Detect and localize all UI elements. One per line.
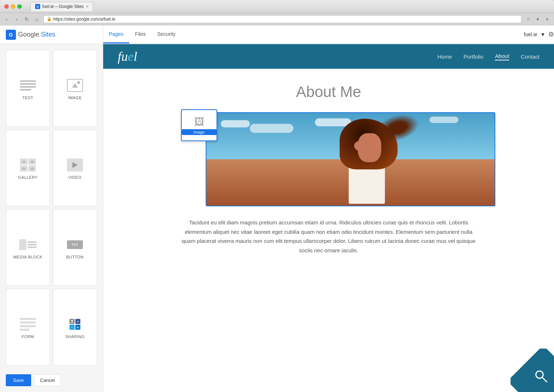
tab-favicon: G	[35, 4, 40, 9]
main-content-area: fuel Home Portfolio About Contact About …	[103, 44, 554, 392]
address-bar-row: ‹ › ↻ ⌂ 🔒 https://sites.google.com/a/fue…	[0, 13, 554, 25]
tab-close-icon[interactable]: ×	[86, 4, 88, 9]
image-widget-placeholder[interactable]: 🖼 Image	[181, 109, 217, 141]
save-button[interactable]: Save	[6, 374, 31, 386]
g-letter: G	[9, 32, 13, 38]
media-block-label: MEDIA BLOCK	[13, 255, 42, 259]
body-text: Tacidunt eu elit diam magnis pretium acc…	[180, 218, 477, 255]
placeholder-image-icon: 🖼	[194, 116, 204, 128]
button-label: BUTTON	[66, 255, 84, 259]
nav-portfolio[interactable]: Portfolio	[463, 54, 483, 60]
maximize-button[interactable]	[17, 4, 22, 9]
tab-security[interactable]: Security	[151, 25, 181, 43]
image-icon	[66, 78, 84, 93]
address-bar[interactable]: 🔒 https://sites.google.com/a/fuel.ie	[43, 15, 521, 23]
sidebar-item-image[interactable]: Image	[53, 50, 97, 127]
cloud-4	[429, 117, 458, 123]
nav-about[interactable]: About	[495, 53, 509, 60]
traffic-lights	[4, 4, 22, 9]
form-icon	[19, 317, 37, 332]
tab-files[interactable]: Files	[129, 25, 152, 43]
sidebar-item-media-block[interactable]: MEDIA BLOCK	[6, 209, 50, 286]
text-icon	[19, 78, 37, 93]
button-icon: TXT	[66, 237, 84, 252]
sidebar: G Google Sites	[0, 25, 103, 392]
page-content: About Me 🖼 Image	[166, 69, 492, 269]
amazon-icon[interactable]: a	[534, 15, 542, 23]
widget-grid: Text Image	[0, 44, 103, 368]
video-label: Video	[68, 175, 82, 180]
google-sites-label: Google Sites	[18, 31, 55, 38]
gallery-icon	[19, 158, 37, 172]
app-content: G Google Sites	[0, 25, 554, 392]
button-txt-icon: TXT	[67, 240, 83, 249]
browser-tab[interactable]: G fuel.ie – Google Sites ×	[30, 2, 93, 11]
page-title: About Me	[173, 83, 484, 101]
gallery-label: Gallery	[18, 175, 38, 180]
title-bar: G fuel.ie – Google Sites ×	[0, 0, 554, 13]
url-text: https://sites.google.com/a/fuel.ie	[53, 17, 115, 22]
nav-contact[interactable]: Contact	[521, 54, 540, 60]
close-button[interactable]	[4, 4, 9, 9]
sidebar-item-gallery[interactable]: Gallery	[6, 130, 50, 206]
video-icon	[66, 158, 84, 172]
site-name-label: fuel.ie	[524, 31, 537, 37]
sidebar-item-button[interactable]: TXT BUTTON	[53, 209, 97, 286]
cloud-1	[221, 120, 250, 127]
google-icon: G	[6, 30, 16, 40]
menu-icon[interactable]: ≡	[543, 15, 551, 23]
sidebar-header: G Google Sites	[0, 25, 103, 44]
site-name-caret: ▼	[540, 31, 545, 37]
tab-pages[interactable]: Pages	[103, 25, 129, 43]
site-logo: fuel	[118, 49, 437, 64]
google-logo: G Google Sites	[6, 30, 55, 40]
image-label: Image	[68, 96, 82, 100]
site-navigation: Home Portfolio About Contact	[437, 53, 540, 60]
star-icon[interactable]: ☆	[524, 15, 532, 23]
cancel-button[interactable]: Cancel	[34, 374, 61, 386]
sidebar-item-video[interactable]: Video	[53, 130, 97, 206]
sidebar-item-sharing[interactable]: f t in SHARING	[53, 289, 97, 366]
site-header: fuel Home Portfolio About Contact	[103, 44, 554, 69]
sidebar-item-form[interactable]: FORM	[6, 289, 50, 366]
nav-home[interactable]: Home	[437, 54, 452, 60]
forward-button[interactable]: ›	[13, 16, 20, 23]
image-drop-area[interactable]: 🖼 Image	[184, 112, 474, 206]
home-nav-button[interactable]: ⌂	[33, 16, 41, 23]
minimize-button[interactable]	[11, 4, 15, 9]
form-label: FORM	[22, 334, 34, 339]
top-nav-tabs: Pages Files Security	[103, 25, 181, 43]
sharing-label: SHARING	[65, 334, 85, 339]
sharing-icon: f t in	[66, 317, 84, 332]
browser-window: G fuel.ie – Google Sites × ‹ › ↻ ⌂ 🔒 htt…	[0, 0, 554, 392]
image-widget-label: Image	[182, 129, 217, 135]
sidebar-item-text[interactable]: Text	[6, 50, 50, 127]
gear-icon[interactable]: ⚙	[548, 30, 554, 38]
address-actions: ☆ a ≡	[524, 15, 551, 23]
favicon-letter: G	[37, 5, 39, 8]
top-nav-right: fuel.ie ▼ ⚙	[524, 25, 554, 43]
lock-icon: 🔒	[47, 17, 52, 21]
text-label: Text	[22, 96, 33, 100]
tab-bar: G fuel.ie – Google Sites ×	[30, 2, 93, 11]
main-photo	[206, 112, 495, 206]
sidebar-footer: Save Cancel	[0, 368, 103, 392]
person-figure	[336, 119, 408, 206]
media-block-icon	[19, 237, 37, 252]
tab-title: fuel.ie – Google Sites	[42, 4, 84, 9]
reload-button[interactable]: ↻	[23, 16, 30, 23]
cloud-2	[250, 124, 293, 133]
back-button[interactable]: ‹	[3, 16, 10, 23]
hand	[354, 140, 369, 151]
